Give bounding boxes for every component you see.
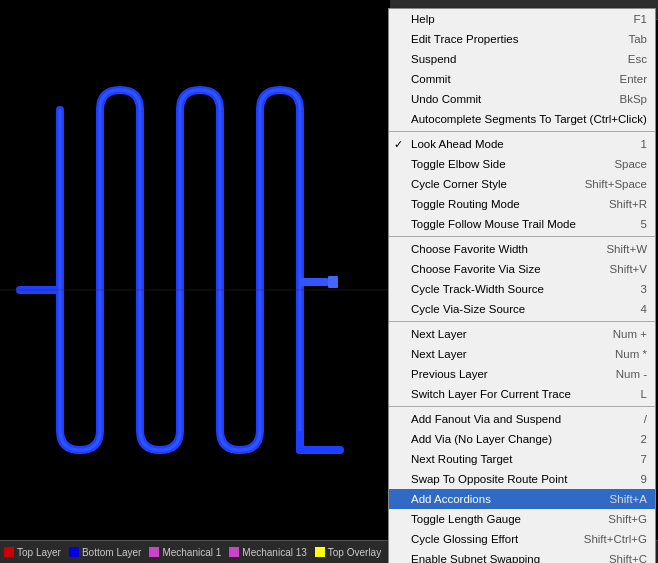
menu-item-label: Cycle Via-Size Source <box>411 303 625 315</box>
menu-item-shortcut: Num + <box>613 328 647 340</box>
menu-item-label: Add Fanout Via and Suspend <box>411 413 628 425</box>
menu-item-choose-via[interactable]: Choose Favorite Via SizeShift+V <box>389 259 655 279</box>
menu-item-label: Add Accordions <box>411 493 594 505</box>
menu-items-container: HelpF1Edit Trace PropertiesTabSuspendEsc… <box>389 9 655 563</box>
menu-item-shortcut: 9 <box>641 473 647 485</box>
menu-item-label: Cycle Track-Width Source <box>411 283 625 295</box>
menu-divider <box>389 131 655 132</box>
layer-item-top-overlay[interactable]: Top Overlay <box>315 547 381 558</box>
menu-item-label: Choose Favorite Width <box>411 243 590 255</box>
menu-item-shortcut: Shift+Space <box>585 178 647 190</box>
menu-item-undo-commit[interactable]: Undo CommitBkSp <box>389 89 655 109</box>
menu-divider <box>389 406 655 407</box>
menu-item-toggle-elbow[interactable]: Toggle Elbow SideSpace <box>389 154 655 174</box>
menu-item-shortcut: Enter <box>620 73 648 85</box>
svg-rect-19 <box>328 276 338 288</box>
layer-label: Mechanical 1 <box>162 547 221 558</box>
menu-item-shortcut: Shift+G <box>608 513 647 525</box>
menu-item-shortcut: 1 <box>641 138 647 150</box>
menu-item-suspend[interactable]: SuspendEsc <box>389 49 655 69</box>
layer-item-mech1[interactable]: Mechanical 1 <box>149 547 221 558</box>
menu-item-look-ahead[interactable]: ✓Look Ahead Mode1 <box>389 134 655 154</box>
menu-item-swap-route[interactable]: Swap To Opposite Route Point9 <box>389 469 655 489</box>
menu-item-label: Next Layer <box>411 328 597 340</box>
menu-item-shortcut: F1 <box>634 13 647 25</box>
menu-item-label: Swap To Opposite Route Point <box>411 473 625 485</box>
layer-color-swatch <box>149 547 159 557</box>
menu-item-help[interactable]: HelpF1 <box>389 9 655 29</box>
menu-item-label: Next Layer <box>411 348 599 360</box>
menu-item-commit[interactable]: CommitEnter <box>389 69 655 89</box>
menu-item-shortcut: Num - <box>616 368 647 380</box>
menu-item-label: Next Routing Target <box>411 453 625 465</box>
menu-item-choose-width[interactable]: Choose Favorite WidthShift+W <box>389 239 655 259</box>
menu-item-cycle-corner[interactable]: Cycle Corner StyleShift+Space <box>389 174 655 194</box>
menu-item-label: Toggle Elbow Side <box>411 158 598 170</box>
menu-item-label: Suspend <box>411 53 612 65</box>
context-menu: HelpF1Edit Trace PropertiesTabSuspendEsc… <box>388 8 656 563</box>
menu-item-shortcut: Esc <box>628 53 647 65</box>
menu-item-label: Cycle Corner Style <box>411 178 569 190</box>
menu-item-next-layer-star[interactable]: Next LayerNum * <box>389 344 655 364</box>
layer-color-swatch <box>229 547 239 557</box>
menu-item-cycle-glossing[interactable]: Cycle Glossing EffortShift+Ctrl+G <box>389 529 655 549</box>
menu-item-toggle-follow[interactable]: Toggle Follow Mouse Trail Mode5 <box>389 214 655 234</box>
menu-item-label: Edit Trace Properties <box>411 33 612 45</box>
menu-item-shortcut: 2 <box>641 433 647 445</box>
layer-label: Mechanical 13 <box>242 547 306 558</box>
menu-item-shortcut: / <box>644 413 647 425</box>
layer-label: Bottom Layer <box>82 547 141 558</box>
menu-item-shortcut: Space <box>614 158 647 170</box>
menu-item-label: Toggle Length Gauge <box>411 513 592 525</box>
menu-item-label: Look Ahead Mode <box>411 138 625 150</box>
menu-item-shortcut: Shift+V <box>610 263 647 275</box>
svg-rect-18 <box>300 278 328 286</box>
layer-item-mech13[interactable]: Mechanical 13 <box>229 547 306 558</box>
menu-item-autocomplete[interactable]: Autocomplete Segments To Target (Ctrl+Cl… <box>389 109 655 129</box>
menu-item-add-via[interactable]: Add Via (No Layer Change)2 <box>389 429 655 449</box>
menu-item-shortcut: Shift+W <box>606 243 647 255</box>
menu-item-shortcut: Shift+R <box>609 198 647 210</box>
menu-item-shortcut: 5 <box>641 218 647 230</box>
menu-item-next-routing[interactable]: Next Routing Target7 <box>389 449 655 469</box>
menu-item-shortcut: BkSp <box>620 93 648 105</box>
menu-item-prev-layer[interactable]: Previous LayerNum - <box>389 364 655 384</box>
menu-item-fanout[interactable]: Add Fanout Via and Suspend/ <box>389 409 655 429</box>
layer-item-top-layer[interactable]: Top Layer <box>4 547 61 558</box>
menu-item-shortcut: Shift+C <box>609 553 647 563</box>
pcb-svg <box>0 0 390 540</box>
menu-item-switch-layer[interactable]: Switch Layer For Current TraceL <box>389 384 655 404</box>
menu-item-shortcut: Tab <box>628 33 647 45</box>
menu-item-add-accordions[interactable]: Add AccordionsShift+A <box>389 489 655 509</box>
menu-item-cycle-track[interactable]: Cycle Track-Width Source3 <box>389 279 655 299</box>
layer-color-swatch <box>69 547 79 557</box>
menu-item-label: Enable Subnet Swapping <box>411 553 593 563</box>
menu-item-shortcut: 4 <box>641 303 647 315</box>
menu-item-shortcut: 3 <box>641 283 647 295</box>
menu-item-shortcut: 7 <box>641 453 647 465</box>
menu-item-shortcut: L <box>641 388 647 400</box>
menu-item-label: Switch Layer For Current Trace <box>411 388 625 400</box>
layer-color-swatch <box>4 547 14 557</box>
menu-item-edit-trace[interactable]: Edit Trace PropertiesTab <box>389 29 655 49</box>
pcb-canvas-area <box>0 0 390 540</box>
menu-item-shortcut: Num * <box>615 348 647 360</box>
menu-item-enable-subnet[interactable]: Enable Subnet SwappingShift+C <box>389 549 655 563</box>
layer-item-bottom-layer[interactable]: Bottom Layer <box>69 547 141 558</box>
menu-item-label: Cycle Glossing Effort <box>411 533 568 545</box>
menu-item-shortcut: Shift+A <box>610 493 647 505</box>
menu-item-label: Toggle Follow Mouse Trail Mode <box>411 218 625 230</box>
menu-item-next-layer-plus[interactable]: Next LayerNum + <box>389 324 655 344</box>
menu-item-cycle-via[interactable]: Cycle Via-Size Source4 <box>389 299 655 319</box>
menu-item-shortcut: Shift+Ctrl+G <box>584 533 647 545</box>
menu-item-label: Previous Layer <box>411 368 600 380</box>
menu-divider <box>389 321 655 322</box>
menu-item-label: Add Via (No Layer Change) <box>411 433 625 445</box>
menu-item-label: Autocomplete Segments To Target (Ctrl+Cl… <box>411 113 647 125</box>
menu-item-toggle-gauge[interactable]: Toggle Length GaugeShift+G <box>389 509 655 529</box>
checkmark-icon: ✓ <box>394 138 403 151</box>
menu-item-label: Undo Commit <box>411 93 604 105</box>
menu-item-toggle-routing[interactable]: Toggle Routing ModeShift+R <box>389 194 655 214</box>
menu-divider <box>389 236 655 237</box>
layer-label: Top Overlay <box>328 547 381 558</box>
